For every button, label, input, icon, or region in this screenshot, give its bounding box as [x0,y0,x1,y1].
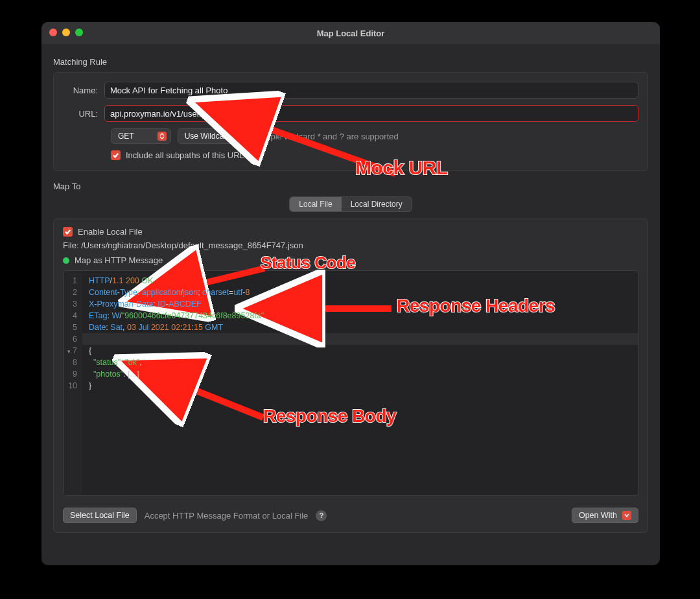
wildcard-mode-value: Use Wildcard [185,132,231,141]
url-input[interactable]: api.proxyman.io/v1/user/photos [104,105,638,122]
http-message-editor[interactable]: 123456▾78910 HTTP/1.1 200 OKContent-Type… [63,270,638,496]
wildcard-hint: Simple wildcard * and ? are supported [256,132,399,141]
editor-code[interactable]: HTTP/1.1 200 OKContent-Type: application… [82,271,638,495]
titlebar: Map Local Editor [41,22,660,44]
window-title: Map Local Editor [41,29,660,38]
enable-local-file-checkbox[interactable] [63,227,73,237]
chevron-updown-icon [236,132,245,141]
map-status-label: Map as HTTP Message [75,255,163,265]
matching-rule-panel: Name: Mock API for Fetching all Photo UR… [53,72,648,171]
wildcard-mode-select[interactable]: Use Wildcard [178,128,250,144]
matching-rule-label: Matching Rule [53,57,648,67]
url-label: URL: [63,109,104,119]
bottom-hint: Accept HTTP Message Format or Local File [145,511,309,521]
file-path-row: File: /Users/nghiatran/Desktop/default_m… [63,241,638,250]
tab-local-file[interactable]: Local File [290,197,341,211]
window-body: Matching Rule Name: Mock API for Fetchin… [41,44,660,542]
chevron-down-icon [622,511,631,520]
close-icon[interactable] [49,29,57,36]
minimize-icon[interactable] [62,29,70,36]
url-value: api.proxyman.io/v1/user/photos [110,109,228,119]
name-value: Mock API for Fetching all Photo [110,86,228,95]
bottom-bar: Select Local File Accept HTTP Message Fo… [63,508,638,523]
map-status-row: Map as HTTP Message [63,255,638,265]
status-dot-icon [63,257,69,264]
file-label: File: [63,241,79,250]
map-local-editor-window: Map Local Editor Matching Rule Name: Moc… [41,22,660,565]
method-value: GET [118,132,134,141]
include-subpaths-label: Include all subpaths of this URL [126,150,244,160]
select-local-file-button[interactable]: Select Local File [63,508,137,523]
name-label: Name: [63,86,104,95]
open-with-button[interactable]: Open With [572,508,638,523]
file-path: /Users/nghiatran/Desktop/default_message… [81,241,303,250]
help-icon[interactable]: ? [316,510,327,521]
enable-local-file-label: Enable Local File [78,227,143,237]
map-to-panel: Enable Local File File: /Users/nghiatran… [53,218,648,533]
traffic-lights [49,29,83,36]
tab-local-directory[interactable]: Local Directory [342,197,412,211]
method-select[interactable]: GET [111,128,171,144]
name-input[interactable]: Mock API for Fetching all Photo [104,82,638,99]
map-to-tabs: Local File Local Directory [289,196,412,212]
map-to-label: Map To [53,182,648,191]
chevron-updown-icon [158,132,167,141]
zoom-icon[interactable] [75,29,83,36]
include-subpaths-checkbox[interactable] [111,150,121,160]
editor-gutter: 123456▾78910 [64,271,82,495]
